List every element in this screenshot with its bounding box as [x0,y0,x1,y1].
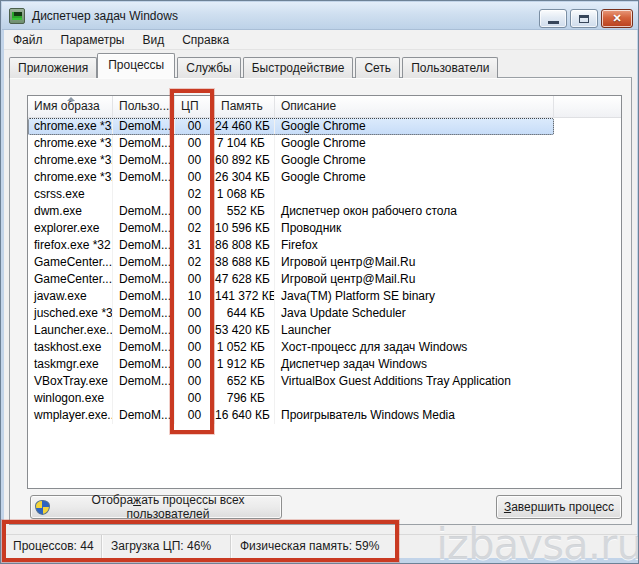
cell-user: DemoM... [113,339,175,356]
cell-image-name: jusched.exe *32 [28,305,113,322]
cell-memory: 796 КБ [215,390,275,407]
menu-item-файл[interactable]: Файл [4,30,52,50]
process-row[interactable]: csrss.exe 02 1 068 КБ [28,186,554,203]
process-row[interactable]: GameCenter... DemoM... 00 47 628 КБ Игро… [28,271,554,288]
cell-memory: 16 640 КБ [215,407,275,424]
process-row[interactable]: chrome.exe *32 DemoM... 00 24 460 КБ Goo… [28,118,554,135]
show-all-processes-button[interactable]: Отображать процессы всех пользователей [30,495,282,519]
watermark: izbavsa.ru [436,520,639,564]
process-row[interactable]: chrome.exe *32 DemoM... 00 7 104 КБ Goog… [28,135,554,152]
cell-description: Проводник [275,220,554,237]
cell-description: Java Update Scheduler [275,305,554,322]
cell-user [113,186,175,203]
cell-image-name: GameCenter... [28,254,113,271]
cell-memory: 1 912 КБ [215,356,275,373]
cell-description: VirtualBox Guest Additions Tray Applicat… [275,373,554,390]
cell-user [113,390,175,407]
tab-процессы[interactable]: Процессы [97,53,175,78]
process-row[interactable]: chrome.exe *32 DemoM... 00 60 892 КБ Goo… [28,152,554,169]
cell-description: Google Chrome [275,152,554,169]
process-row[interactable]: taskhost.exe DemoM... 00 1 052 КБ Хост-п… [28,339,554,356]
cell-memory: 552 КБ [215,203,275,220]
cell-cpu: 00 [175,339,215,356]
cell-memory: 26 304 КБ [215,169,275,186]
column-header-user[interactable]: Пользо... [113,96,175,118]
cell-description: Диспетчер задач Windows [275,356,554,373]
cell-cpu: 00 [175,373,215,390]
cell-image-name: explorer.exe [28,220,113,237]
cell-memory: 652 КБ [215,373,275,390]
process-row[interactable]: firefox.exe *32 DemoM... 31 86 808 КБ Fi… [28,237,554,254]
column-header-cpu[interactable]: ЦП [175,96,215,118]
process-row[interactable]: taskmgr.exe DemoM... 00 1 912 КБ Диспетч… [28,356,554,373]
cell-user: DemoM... [113,152,175,169]
task-manager-window: Диспетчер задач Windows ✕ ФайлПараметрыВ… [0,0,639,564]
cell-image-name: GameCenter... [28,271,113,288]
process-row[interactable]: wmplayer.exe... DemoM... 00 16 640 КБ Пр… [28,407,554,424]
menu-item-справка[interactable]: Справка [173,30,238,50]
maximize-icon [579,15,589,23]
process-row[interactable]: chrome.exe *32 DemoM... 00 26 304 КБ Goo… [28,169,554,186]
tab-быстродействие[interactable]: Быстродействие [243,57,354,78]
tab-пользователи[interactable]: Пользователи [402,57,498,78]
cell-cpu: 02 [175,254,215,271]
cell-description: Google Chrome [275,118,554,135]
cell-user: DemoM... [113,118,175,135]
cell-description [275,186,554,203]
menu-item-параметры[interactable]: Параметры [52,30,134,50]
cell-cpu: 00 [175,356,215,373]
cell-description: Проигрыватель Windows Media [275,407,554,424]
process-row[interactable]: jusched.exe *32 DemoM... 00 644 КБ Java … [28,305,554,322]
cell-cpu: 00 [175,203,215,220]
tab-сеть[interactable]: Сеть [355,57,400,78]
cell-cpu: 00 [175,118,215,135]
cell-cpu: 10 [175,288,215,305]
tab-приложения[interactable]: Приложения [9,57,97,78]
cell-cpu: 00 [175,390,215,407]
cell-user: DemoM... [113,135,175,152]
cell-memory: 53 420 КБ [215,322,275,339]
cell-description: Launcher [275,322,554,339]
tab-службы[interactable]: Службы [177,57,240,78]
status-physical-memory: Физическая память: 59% [231,535,399,558]
status-processes: Процессов: 44 [4,535,102,558]
cell-memory: 644 КБ [215,305,275,322]
process-row[interactable]: winlogon.exe 00 796 КБ [28,390,554,407]
process-row[interactable]: GameCenter... DemoM... 02 38 688 КБ Игро… [28,254,554,271]
cell-image-name: firefox.exe *32 [28,237,113,254]
titlebar[interactable]: Диспетчер задач Windows ✕ [2,2,639,30]
task-manager-app-icon [9,8,25,24]
process-row[interactable]: VBoxTray.exe DemoM... 00 652 КБ VirtualB… [28,373,554,390]
process-row[interactable]: Launcher.exe... DemoM... 00 53 420 КБ La… [28,322,554,339]
menu-item-вид[interactable]: Вид [133,30,173,50]
cell-image-name: chrome.exe *32 [28,118,113,135]
cell-description: Игровой центр@Mail.Ru [275,271,554,288]
column-header-description[interactable]: Описание [275,96,554,118]
cell-description: Игровой центр@Mail.Ru [275,254,554,271]
process-row[interactable]: explorer.exe DemoM... 02 10 596 КБ Прово… [28,220,554,237]
cell-user: DemoM... [113,356,175,373]
cell-image-name: taskmgr.exe [28,356,113,373]
cell-image-name: chrome.exe *32 [28,169,113,186]
cell-image-name: VBoxTray.exe [28,373,113,390]
cell-memory: 1 052 КБ [215,339,275,356]
process-row[interactable]: javaw.exe DemoM... 10 141 372 КБ Java(TM… [28,288,554,305]
maximize-button[interactable] [570,9,598,28]
cell-description: Firefox [275,237,554,254]
column-header-image-name[interactable]: Имя образа [28,96,113,118]
end-process-button[interactable]: Завершить процесс [496,495,622,519]
cell-memory: 7 104 КБ [215,135,275,152]
column-header-filler [554,96,621,118]
cell-cpu: 00 [175,152,215,169]
column-header-memory[interactable]: Память (... [215,96,275,118]
window-controls: ✕ [539,9,633,28]
close-button[interactable]: ✕ [601,9,633,28]
minimize-button[interactable] [539,9,567,28]
cell-user: DemoM... [113,237,175,254]
cell-user: DemoM... [113,169,175,186]
process-listview[interactable]: Имя образа Пользо... ЦП Память (... Опис… [27,95,622,489]
status-cpu-usage: Загрузка ЦП: 46% [102,535,231,558]
cell-memory: 86 808 КБ [215,237,275,254]
window-title: Диспетчер задач Windows [32,9,178,23]
process-row[interactable]: dwm.exe DemoM... 00 552 КБ Диспетчер око… [28,203,554,220]
